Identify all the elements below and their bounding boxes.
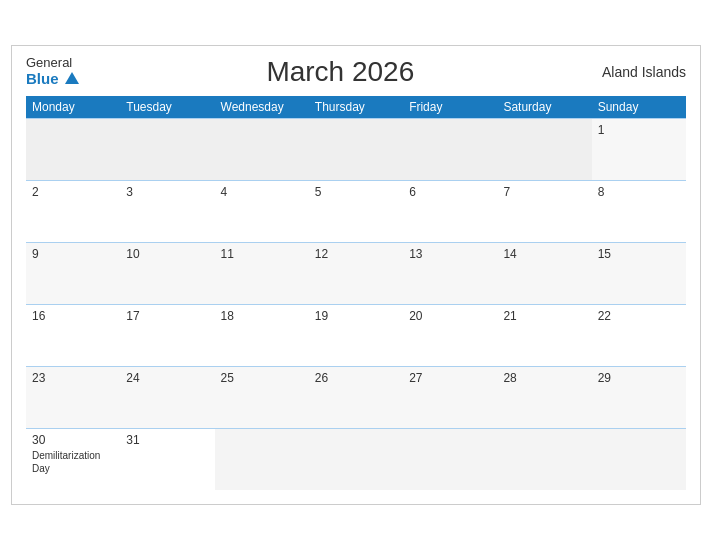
day-number: 10 xyxy=(126,247,208,261)
day-number: 24 xyxy=(126,371,208,385)
day-number: 23 xyxy=(32,371,114,385)
day-cell xyxy=(403,118,497,180)
day-number: 29 xyxy=(598,371,680,385)
week-row-4: 16171819202122 xyxy=(26,304,686,366)
day-cell xyxy=(403,428,497,490)
calendar-grid: MondayTuesdayWednesdayThursdayFridaySatu… xyxy=(26,96,686,491)
calendar-title: March 2026 xyxy=(266,56,414,88)
day-number: 1 xyxy=(598,123,680,137)
day-cell: 28 xyxy=(497,366,591,428)
day-cell xyxy=(497,118,591,180)
day-number: 18 xyxy=(221,309,303,323)
day-cell: 26 xyxy=(309,366,403,428)
day-header-wednesday: Wednesday xyxy=(215,96,309,119)
day-number: 15 xyxy=(598,247,680,261)
week-row-5: 23242526272829 xyxy=(26,366,686,428)
day-number: 13 xyxy=(409,247,491,261)
day-cell: 25 xyxy=(215,366,309,428)
day-cell xyxy=(309,428,403,490)
day-number: 9 xyxy=(32,247,114,261)
day-cell xyxy=(592,428,686,490)
day-number: 11 xyxy=(221,247,303,261)
logo-blue-text: Blue xyxy=(26,71,79,88)
day-cell: 11 xyxy=(215,242,309,304)
day-number: 5 xyxy=(315,185,397,199)
day-cell: 17 xyxy=(120,304,214,366)
day-cell: 27 xyxy=(403,366,497,428)
day-cell xyxy=(26,118,120,180)
day-number: 26 xyxy=(315,371,397,385)
day-cell: 3 xyxy=(120,180,214,242)
day-cell: 6 xyxy=(403,180,497,242)
day-number: 28 xyxy=(503,371,585,385)
day-header-monday: Monday xyxy=(26,96,120,119)
calendar: General Blue March 2026 Aland Islands Mo… xyxy=(11,45,701,506)
day-number: 17 xyxy=(126,309,208,323)
day-cell: 14 xyxy=(497,242,591,304)
day-cell xyxy=(215,428,309,490)
day-cell: 23 xyxy=(26,366,120,428)
day-cell: 15 xyxy=(592,242,686,304)
day-cell xyxy=(215,118,309,180)
day-number: 30 xyxy=(32,433,114,447)
day-header-tuesday: Tuesday xyxy=(120,96,214,119)
day-header-sunday: Sunday xyxy=(592,96,686,119)
day-number: 19 xyxy=(315,309,397,323)
day-cell: 22 xyxy=(592,304,686,366)
day-cell: 29 xyxy=(592,366,686,428)
day-cell: 4 xyxy=(215,180,309,242)
day-header-friday: Friday xyxy=(403,96,497,119)
week-row-1: 1 xyxy=(26,118,686,180)
day-cell xyxy=(120,118,214,180)
day-number: 25 xyxy=(221,371,303,385)
day-number: 7 xyxy=(503,185,585,199)
day-cell: 1 xyxy=(592,118,686,180)
logo-general-text: General xyxy=(26,56,79,70)
calendar-region: Aland Islands xyxy=(602,64,686,80)
day-number: 27 xyxy=(409,371,491,385)
week-row-2: 2345678 xyxy=(26,180,686,242)
day-number: 4 xyxy=(221,185,303,199)
day-cell: 9 xyxy=(26,242,120,304)
day-event: Demilitarization Day xyxy=(32,449,114,475)
day-number: 31 xyxy=(126,433,208,447)
day-cell: 13 xyxy=(403,242,497,304)
day-cell: 20 xyxy=(403,304,497,366)
week-row-6: 30Demilitarization Day31 xyxy=(26,428,686,490)
day-cell: 8 xyxy=(592,180,686,242)
day-cell: 21 xyxy=(497,304,591,366)
day-cell xyxy=(309,118,403,180)
day-number: 3 xyxy=(126,185,208,199)
day-number: 21 xyxy=(503,309,585,323)
day-number: 8 xyxy=(598,185,680,199)
logo: General Blue xyxy=(26,56,79,87)
day-header-saturday: Saturday xyxy=(497,96,591,119)
day-cell: 16 xyxy=(26,304,120,366)
day-cell: 2 xyxy=(26,180,120,242)
day-number: 16 xyxy=(32,309,114,323)
day-cell: 7 xyxy=(497,180,591,242)
day-cell: 10 xyxy=(120,242,214,304)
day-cell: 31 xyxy=(120,428,214,490)
day-headers-row: MondayTuesdayWednesdayThursdayFridaySatu… xyxy=(26,96,686,119)
day-number: 14 xyxy=(503,247,585,261)
day-number: 20 xyxy=(409,309,491,323)
day-cell: 19 xyxy=(309,304,403,366)
day-cell: 12 xyxy=(309,242,403,304)
day-number: 12 xyxy=(315,247,397,261)
week-row-3: 9101112131415 xyxy=(26,242,686,304)
day-number: 22 xyxy=(598,309,680,323)
logo-triangle-icon xyxy=(65,72,79,84)
day-number: 6 xyxy=(409,185,491,199)
day-cell xyxy=(497,428,591,490)
day-number: 2 xyxy=(32,185,114,199)
day-cell: 30Demilitarization Day xyxy=(26,428,120,490)
day-cell: 18 xyxy=(215,304,309,366)
day-header-thursday: Thursday xyxy=(309,96,403,119)
calendar-header: General Blue March 2026 Aland Islands xyxy=(26,56,686,88)
day-cell: 24 xyxy=(120,366,214,428)
day-cell: 5 xyxy=(309,180,403,242)
